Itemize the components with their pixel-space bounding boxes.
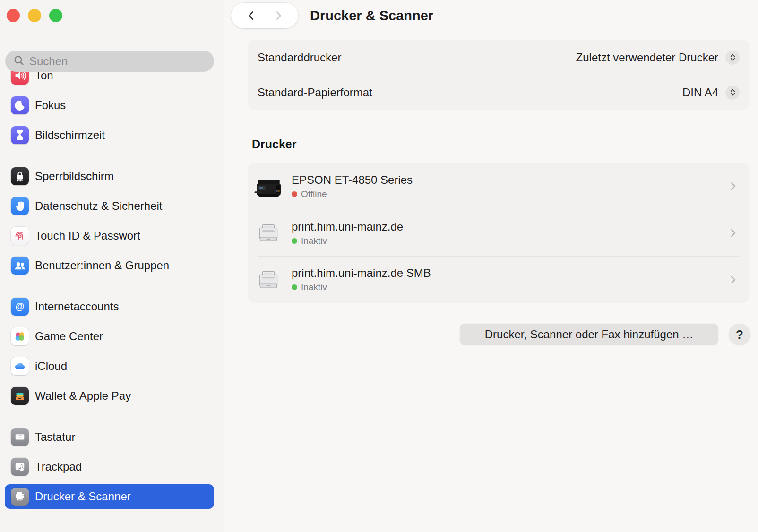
page-title: Drucker & Scanner (310, 8, 433, 24)
sidebar-item-drucker-scanner[interactable]: Drucker & Scanner (5, 481, 214, 511)
default-paper-label: Standard-Papierformat (258, 86, 372, 99)
sidebar-item-label: iCloud (35, 360, 67, 373)
sidebar-item-wallet-apple-pay[interactable]: Wallet & Apple Pay (5, 381, 214, 411)
printer-status: Offline (292, 189, 727, 199)
sidebar-item-label: Touch ID & Passwort (35, 229, 140, 242)
trackpad-icon (11, 458, 29, 476)
sidebar-item-label: Sperrbildschirm (35, 170, 114, 183)
add-printer-button[interactable]: Drucker, Scanner oder Fax hinzufügen … (460, 324, 718, 345)
chevron-right-icon (727, 274, 739, 285)
generic-printer-image (253, 221, 284, 245)
default-printer-label: Standarddrucker (258, 51, 341, 64)
svg-text:@: @ (16, 301, 25, 311)
up-down-stepper-icon (728, 88, 737, 97)
default-printer-value: Zuletzt verwendeter Drucker (576, 51, 718, 64)
users-icon (11, 257, 29, 275)
sidebar-group: @ Internetaccounts Game Center iCloud Wa… (5, 292, 214, 411)
search-icon (13, 54, 25, 69)
sidebar-item-label: Game Center (35, 330, 103, 343)
default-printer-select[interactable] (725, 51, 740, 65)
sidebar-item-touch-id-passwort[interactable]: Touch ID & Passwort (5, 221, 214, 250)
status-dot (292, 284, 297, 290)
system-settings-window: Ton Fokus Bildschirmzeit Sperrbildschirm… (0, 0, 758, 532)
chevron-right-icon (727, 180, 739, 192)
navigation-pill (231, 3, 298, 28)
default-printer-row: Standarddrucker Zuletzt verwendeter Druc… (248, 40, 749, 75)
moon-icon (11, 96, 29, 114)
sidebar-item-fokus[interactable]: Fokus (5, 90, 214, 120)
chevron-right-icon (272, 9, 284, 22)
cloud-icon (11, 357, 29, 375)
sidebar-item-internetaccounts[interactable]: @ Internetaccounts (5, 292, 214, 321)
help-button[interactable]: ? (729, 324, 750, 345)
printer-row[interactable]: print.him.uni-mainz.de Inaktiv (248, 210, 749, 257)
fingerprint-icon (11, 227, 29, 245)
status-label: Offline (301, 189, 327, 199)
chevron-right-icon (727, 227, 739, 239)
sidebar-item-tastatur[interactable]: Tastatur (5, 422, 214, 452)
at-icon: @ (11, 298, 29, 316)
sidebar-item-sperrbildschirm[interactable]: Sperrbildschirm (5, 161, 214, 191)
sidebar-item-benutzer-innen-gruppen[interactable]: Benutzer:innen & Gruppen (5, 250, 214, 280)
hourglass-icon (11, 126, 29, 144)
zoom-window-button[interactable] (49, 9, 62, 22)
default-settings-card: Standarddrucker Zuletzt verwendeter Druc… (248, 40, 749, 110)
sidebar-item-label: Trackpad (35, 460, 82, 473)
printer-row[interactable]: EPSON ET-4850 Series Offline (248, 163, 749, 210)
chevron-left-icon (245, 9, 258, 22)
search-input[interactable]: Suchen (5, 51, 214, 72)
sidebar-item-label: Internetaccounts (35, 300, 119, 313)
status-label: Inaktiv (301, 282, 327, 292)
printer-status: Inaktiv (292, 282, 727, 292)
window-controls (7, 9, 62, 22)
sidebar-item-game-center[interactable]: Game Center (5, 321, 214, 351)
up-down-stepper-icon (728, 53, 737, 62)
sidebar-item-label: Fokus (35, 99, 66, 112)
default-paper-select[interactable] (725, 86, 740, 100)
forward-button[interactable] (265, 3, 292, 28)
sidebar-item-datenschutz-sicherheit[interactable]: Datenschutz & Sicherheit (5, 191, 214, 221)
sidebar-item-label: Benutzer:innen & Gruppen (35, 259, 169, 272)
printer-list-card: EPSON ET-4850 Series Offline print.him.u… (248, 163, 749, 303)
sidebar-item-label: Datenschutz & Sicherheit (35, 199, 162, 213)
sidebar-item-label: Bildschirmzeit (35, 129, 105, 142)
back-button[interactable] (238, 3, 265, 28)
sidebar-item-icloud[interactable]: iCloud (5, 351, 214, 381)
search-placeholder: Suchen (29, 55, 68, 68)
sidebar-group: Tastatur Trackpad Drucker & Scanner (5, 422, 214, 511)
keyboard-icon (11, 428, 29, 446)
status-label: Inaktiv (301, 236, 327, 246)
lock-icon (11, 167, 29, 185)
generic-printer-image (253, 267, 284, 292)
epson-printer-image (253, 174, 284, 198)
game-center-icon (11, 327, 29, 345)
default-paper-value: DIN A4 (682, 86, 718, 99)
sidebar-nav: Ton Fokus Bildschirmzeit Sperrbildschirm… (5, 60, 214, 523)
close-window-button[interactable] (7, 9, 20, 22)
printer-name: print.him.uni-mainz.de SMB (292, 266, 727, 280)
sidebar-group: Sperrbildschirm Datenschutz & Sicherheit… (5, 161, 214, 280)
printer-icon (11, 488, 29, 506)
sidebar-item-label: Wallet & Apple Pay (35, 389, 131, 403)
default-paper-row: Standard-Papierformat DIN A4 (248, 75, 749, 110)
wallet-icon (11, 387, 29, 405)
printer-row[interactable]: print.him.uni-mainz.de SMB Inaktiv (248, 256, 749, 303)
hand-icon (11, 197, 29, 215)
printer-name: EPSON ET-4850 Series (292, 173, 727, 187)
sidebar: Ton Fokus Bildschirmzeit Sperrbildschirm… (0, 0, 224, 532)
printer-status: Inaktiv (292, 236, 727, 246)
printers-and-scanners-pane: Drucker & Scanner Standarddrucker Zuletz… (224, 0, 758, 532)
sidebar-item-trackpad[interactable]: Trackpad (5, 452, 214, 481)
sidebar-group: Ton Fokus Bildschirmzeit (5, 60, 214, 150)
sidebar-item-bildschirmzeit[interactable]: Bildschirmzeit (5, 120, 214, 150)
status-dot (292, 191, 297, 197)
status-dot (292, 238, 297, 244)
printer-name: print.him.uni-mainz.de (292, 220, 727, 233)
minimize-window-button[interactable] (28, 9, 41, 22)
printers-section-title: Drucker (252, 137, 297, 151)
sidebar-item-label: Tastatur (35, 430, 75, 444)
sidebar-item-label: Drucker & Scanner (35, 490, 131, 503)
